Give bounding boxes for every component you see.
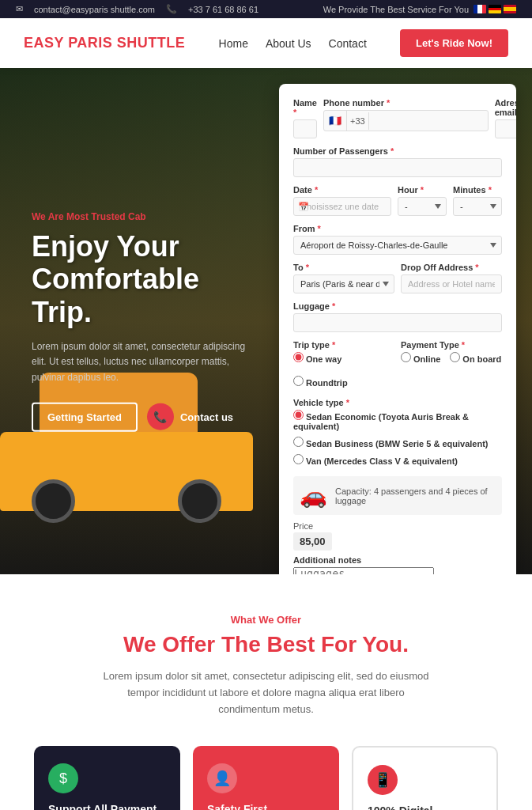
hour-select[interactable]: - 0607080910 11121314: [398, 197, 447, 216]
phone-input-group: 🇫🇷 +33: [323, 110, 489, 131]
top-bar-left: ✉ contact@easyparis shuttle.com 📞 +33 7 …: [16, 4, 258, 14]
minutes-label: Minutes *: [453, 185, 502, 195]
vehicle-options: Sedan Economic (Toyota Auris Break & equ…: [293, 410, 502, 468]
payment-icon: $: [48, 763, 78, 793]
vehicle-option-0[interactable]: Sedan Economic (Toyota Auris Break & equ…: [293, 410, 502, 431]
hero-buttons: Getting Started 📞 Contact us: [32, 402, 253, 431]
phone-number-input[interactable]: [369, 112, 488, 130]
offer-section: What We Offer We Offer The Best For You.…: [0, 574, 532, 810]
offer-title: We Offer The Best For You.: [32, 632, 500, 657]
taxi-wheel-right: [178, 479, 221, 523]
payment-online[interactable]: Online: [401, 352, 440, 364]
price-label: Price: [293, 521, 502, 531]
from-label: From *: [293, 224, 502, 233]
booking-form: Name * Phone number * 🇫🇷 +33 Adresse ema…: [279, 84, 516, 574]
form-group-trip: Trip type * One way Roundtrip: [293, 340, 394, 390]
form-group-phone: Phone number * 🇫🇷 +33: [323, 98, 489, 138]
form-row-datetime: Date * 📅 Hour * - 0607080910 11121314 Mi…: [293, 185, 502, 216]
form-group-email: Adresse email *: [495, 98, 516, 138]
phone-flag: 🇫🇷: [324, 111, 347, 131]
card-safety-title: Safety First: [207, 803, 325, 810]
nav-home[interactable]: Home: [219, 37, 248, 50]
form-row-top: Name * Phone number * 🇫🇷 +33 Adresse ema…: [293, 98, 502, 138]
passengers-input[interactable]: [293, 158, 502, 177]
nav-links: Home About Us Contact: [219, 37, 367, 50]
vehicle-option-1[interactable]: Sedan Business (BMW Serie 5 & equivalent…: [293, 437, 502, 449]
phone-label: Phone number *: [323, 98, 489, 108]
price-value: 85,00: [293, 532, 332, 551]
luggage-input[interactable]: [293, 313, 502, 332]
card-safety-first: 👤 Safety First Lorem ipsum dolor sit ame…: [193, 746, 339, 810]
taxi-body: [0, 432, 253, 511]
price-area: Price 85,00: [293, 521, 502, 551]
offer-description: Lorem ipsum dolor sit amet, consectetur …: [100, 668, 432, 717]
luggage-label: Luggage *: [293, 301, 502, 311]
top-bar-right: We Provide The Best Service For You: [323, 5, 516, 14]
notes-textarea[interactable]: [293, 567, 434, 574]
form-group-minutes: Minutes * - 00153045: [453, 185, 502, 216]
form-group-name: Name *: [293, 98, 317, 138]
digital-icon: 📱: [368, 765, 398, 795]
capacity-text: Capacity: 4 passengers and 4 pieces of l…: [335, 486, 496, 505]
form-group-notes: Additional notes: [293, 555, 502, 574]
trip-label: Trip type *: [293, 340, 394, 350]
topbar-phone: +33 7 61 68 86 61: [188, 5, 258, 14]
calendar-icon: 📅: [298, 202, 309, 212]
hero-description: Lorem ipsum dolor sit amet, consectetur …: [32, 339, 253, 385]
top-bar: ✉ contact@easyparis shuttle.com 📞 +33 7 …: [0, 0, 532, 18]
form-row-to: To * Paris (Paris & near do... Drop Off …: [293, 263, 502, 293]
payment-onboard[interactable]: On board: [450, 352, 501, 364]
get-started-button[interactable]: Getting Started: [32, 402, 138, 431]
form-group-vehicle: Vehicle type * Sedan Economic (Toyota Au…: [293, 398, 502, 468]
vehicle-option-2[interactable]: Van (Mercedes Class V & equivalent): [293, 454, 502, 466]
minutes-select[interactable]: - 00153045: [453, 197, 502, 216]
form-group-date: Date * 📅: [293, 185, 391, 216]
card-digital: 📱 100% Digital Lorem ipsum dolor sit ame…: [352, 746, 498, 810]
passengers-label: Number of Passengers *: [293, 146, 502, 156]
date-wrapper: 📅: [293, 197, 391, 216]
nav-about[interactable]: About Us: [266, 37, 311, 50]
topbar-email: contact@easyparis shuttle.com: [34, 5, 155, 14]
form-group-from: From * Aéroport de Roissy-Charles-de-Gau…: [293, 224, 502, 255]
from-select[interactable]: Aéroport de Roissy-Charles-de-Gaulle: [293, 236, 502, 255]
navbar: EASY PARIS SHUTTLE Home About Us Contact…: [0, 18, 532, 68]
hero-content: We Are Most Trusted Cab Enjoy Your Comfo…: [32, 211, 253, 432]
email-icon: ✉: [16, 4, 23, 14]
card-digital-title: 100% Digital: [368, 804, 482, 810]
phone-icon: 📞: [166, 4, 177, 14]
to-select[interactable]: Paris (Paris & near do...: [293, 274, 394, 293]
cta-button[interactable]: Let's Ride Now!: [400, 29, 508, 57]
flag-german[interactable]: [489, 5, 501, 13]
trip-roundtrip[interactable]: Roundtrip: [293, 376, 348, 388]
safety-icon: 👤: [207, 763, 237, 793]
vehicle-label: Vehicle type *: [293, 398, 502, 407]
hero-section: We Are Most Trusted Cab Enjoy Your Comfo…: [0, 68, 532, 574]
dropoff-input[interactable]: [401, 274, 502, 293]
form-group-luggage: Luggage *: [293, 301, 502, 332]
trip-oneway[interactable]: One way: [293, 352, 341, 364]
email-label: Adresse email *: [495, 98, 516, 117]
nav-contact[interactable]: Contact: [329, 37, 367, 50]
offer-tag: What We Offer: [32, 614, 500, 626]
card-support-title: Support All Payment: [48, 803, 166, 810]
car-image-area: 🚗 Capacity: 4 passengers and 4 pieces of…: [293, 476, 502, 515]
car-icon: 🚗: [300, 483, 327, 509]
form-group-hour: Hour * - 0607080910 11121314: [398, 185, 447, 216]
card-support-payment: $ Support All Payment Lorem ipsum dolor …: [34, 746, 180, 810]
name-input[interactable]: [293, 119, 317, 138]
language-flags[interactable]: [474, 5, 516, 13]
contact-button[interactable]: 📞 Contact us: [147, 403, 233, 430]
phone-prefix: +33: [347, 112, 369, 130]
brand-logo: EASY PARIS SHUTTLE: [24, 35, 185, 51]
form-group-to: To * Paris (Paris & near do...: [293, 263, 394, 293]
form-group-passengers: Number of Passengers *: [293, 146, 502, 177]
flag-french[interactable]: [474, 5, 486, 13]
trip-options: One way Roundtrip: [293, 352, 394, 390]
form-group-payment: Payment Type * Online On board: [401, 340, 502, 390]
email-input[interactable]: [495, 119, 516, 138]
to-label: To *: [293, 263, 394, 272]
flag-spanish[interactable]: [504, 5, 516, 13]
contact-label: Contact us: [180, 411, 233, 422]
form-group-dropoff: Drop Off Address *: [401, 263, 502, 293]
cards-row: $ Support All Payment Lorem ipsum dolor …: [32, 746, 500, 810]
